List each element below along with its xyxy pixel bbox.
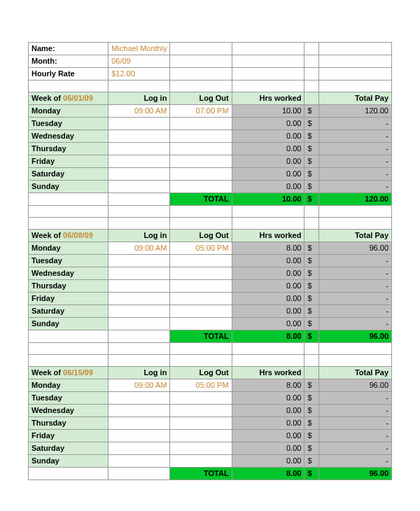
logout-cell[interactable] — [170, 293, 232, 305]
login-cell[interactable] — [108, 168, 170, 181]
cell — [170, 218, 232, 230]
login-cell[interactable] — [108, 143, 170, 155]
name-value[interactable]: Michael Monthly — [108, 43, 170, 55]
logout-cell[interactable] — [170, 417, 232, 430]
logout-cell[interactable] — [170, 130, 232, 143]
currency-cell: $ — [304, 455, 319, 468]
cell — [304, 80, 319, 92]
login-cell[interactable] — [108, 280, 170, 293]
cell — [319, 80, 392, 92]
hrs-cell: 0.00 — [232, 417, 304, 430]
logout-cell[interactable]: 05:00 PM — [170, 242, 232, 255]
currency-cell: $ — [304, 118, 319, 130]
cell — [29, 355, 108, 367]
login-cell[interactable] — [108, 318, 170, 330]
logout-cell[interactable] — [170, 305, 232, 318]
logout-cell[interactable] — [170, 430, 232, 442]
login-cell[interactable] — [108, 255, 170, 267]
pay-cell: - — [319, 118, 392, 130]
cell — [29, 330, 108, 343]
currency-cell: $ — [304, 379, 319, 392]
logout-cell[interactable] — [170, 280, 232, 293]
rate-value[interactable]: $12.00 — [108, 68, 170, 80]
hrs-cell: 0.00 — [232, 155, 304, 168]
day-name: Monday — [29, 379, 108, 392]
currency-cell: $ — [304, 242, 319, 255]
logout-cell[interactable]: 07:00 PM — [170, 105, 232, 118]
login-cell[interactable] — [108, 455, 170, 468]
total-label: TOTAL — [170, 193, 232, 206]
day-name: Friday — [29, 430, 108, 442]
hrs-cell: 0.00 — [232, 442, 304, 455]
login-cell[interactable] — [108, 405, 170, 417]
logout-cell[interactable] — [170, 267, 232, 280]
total-pay: 96.00 — [319, 330, 392, 343]
pay-cell: 96.00 — [319, 242, 392, 255]
month-value[interactable]: 06/09 — [108, 55, 170, 68]
hrs-cell: 0.00 — [232, 405, 304, 417]
login-cell[interactable] — [108, 305, 170, 318]
cell — [304, 92, 319, 105]
day-name: Wednesday — [29, 405, 108, 417]
login-cell[interactable] — [108, 118, 170, 130]
hrs-cell: 0.00 — [232, 255, 304, 267]
logout-cell[interactable] — [170, 255, 232, 267]
login-cell[interactable]: 09:00 AM — [108, 242, 170, 255]
day-name: Friday — [29, 155, 108, 168]
day-name: Tuesday — [29, 255, 108, 267]
logout-cell[interactable] — [170, 442, 232, 455]
pay-cell: - — [319, 143, 392, 155]
login-cell[interactable] — [108, 442, 170, 455]
cell — [108, 468, 170, 480]
login-cell[interactable]: 09:00 AM — [108, 105, 170, 118]
col-pay: Total Pay — [319, 367, 392, 379]
logout-cell[interactable] — [170, 143, 232, 155]
cell — [319, 343, 392, 355]
hrs-cell: 0.00 — [232, 280, 304, 293]
cell — [304, 343, 319, 355]
currency-cell: $ — [304, 468, 319, 480]
hrs-cell: 0.00 — [232, 293, 304, 305]
login-cell[interactable] — [108, 293, 170, 305]
day-name: Thursday — [29, 417, 108, 430]
cell — [232, 218, 304, 230]
cell — [232, 80, 304, 92]
logout-cell[interactable] — [170, 155, 232, 168]
logout-cell[interactable] — [170, 168, 232, 181]
login-cell[interactable] — [108, 417, 170, 430]
login-cell[interactable] — [108, 130, 170, 143]
pay-cell: - — [319, 318, 392, 330]
logout-cell[interactable]: 05:00 PM — [170, 379, 232, 392]
cell — [108, 193, 170, 206]
hrs-cell: 0.00 — [232, 455, 304, 468]
login-cell[interactable] — [108, 267, 170, 280]
logout-cell[interactable] — [170, 181, 232, 193]
col-hrs: Hrs worked — [232, 230, 304, 242]
logout-cell[interactable] — [170, 318, 232, 330]
cell — [108, 343, 170, 355]
logout-cell[interactable] — [170, 118, 232, 130]
day-name: Saturday — [29, 442, 108, 455]
cell — [304, 355, 319, 367]
login-cell[interactable] — [108, 430, 170, 442]
pay-cell: - — [319, 305, 392, 318]
cell — [304, 206, 319, 218]
logout-cell[interactable] — [170, 392, 232, 405]
col-hrs: Hrs worked — [232, 92, 304, 105]
cell — [232, 206, 304, 218]
login-cell[interactable] — [108, 392, 170, 405]
login-cell[interactable] — [108, 181, 170, 193]
day-name: Sunday — [29, 318, 108, 330]
login-cell[interactable] — [108, 155, 170, 168]
hrs-cell: 0.00 — [232, 318, 304, 330]
currency-cell: $ — [304, 280, 319, 293]
cell — [232, 355, 304, 367]
currency-cell: $ — [304, 318, 319, 330]
rate-label: Hourly Rate — [29, 68, 108, 80]
login-cell[interactable]: 09:00 AM — [108, 379, 170, 392]
currency-cell: $ — [304, 168, 319, 181]
cell — [108, 80, 170, 92]
day-name: Saturday — [29, 168, 108, 181]
logout-cell[interactable] — [170, 405, 232, 417]
logout-cell[interactable] — [170, 455, 232, 468]
